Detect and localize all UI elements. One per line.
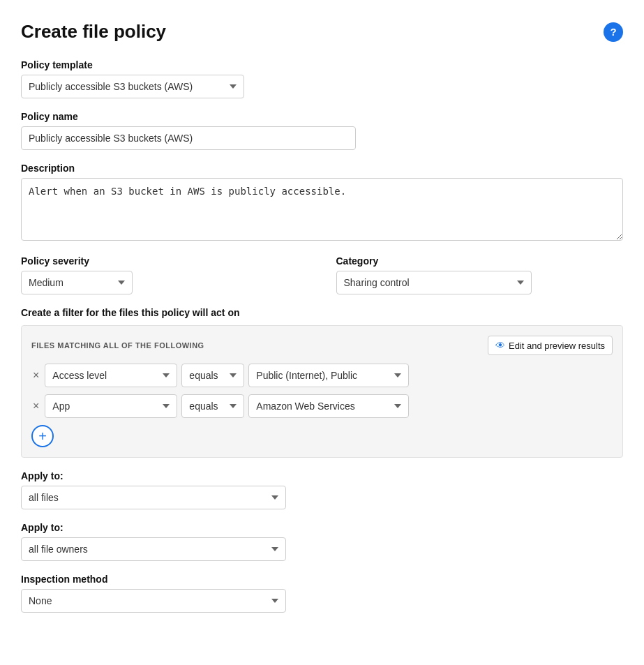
filter-1-field-select[interactable]: Access level	[45, 364, 177, 387]
policy-name-input[interactable]	[21, 126, 356, 150]
apply-to-files-group: Apply to: all files	[21, 470, 623, 509]
filter-matching-label: FILES MATCHING ALL OF THE FOLLOWING	[31, 341, 204, 350]
policy-template-select[interactable]: Publicly accessible S3 buckets (AWS)	[21, 75, 244, 98]
apply-to-files-select[interactable]: all files	[21, 486, 286, 509]
policy-template-group: Policy template Publicly accessible S3 b…	[21, 59, 623, 98]
remove-filter-1-button[interactable]: ×	[31, 370, 40, 381]
filter-1-operator-select[interactable]: equals	[181, 364, 244, 387]
filter-2-value-select[interactable]: Amazon Web Services	[248, 394, 409, 418]
description-textarea[interactable]: Alert when an S3 bucket in AWS is public…	[21, 178, 623, 241]
filter-row-2: × App equals Amazon Web Services	[31, 394, 613, 418]
severity-category-row: Policy severity Medium Category Sharing …	[21, 255, 623, 294]
filter-2-operator-select[interactable]: equals	[181, 394, 244, 418]
filter-2-field-select[interactable]: App	[45, 394, 177, 418]
policy-name-label: Policy name	[21, 111, 623, 122]
severity-label: Policy severity	[21, 255, 308, 267]
filter-box-header: FILES MATCHING ALL OF THE FOLLOWING 👁 Ed…	[31, 336, 613, 355]
severity-select[interactable]: Medium	[21, 271, 133, 294]
policy-template-label: Policy template	[21, 59, 623, 70]
eye-icon: 👁	[495, 340, 505, 351]
filter-section-label: Create a filter for the files this polic…	[21, 307, 623, 318]
category-group: Category Sharing control	[336, 255, 624, 294]
inspection-method-group: Inspection method None	[21, 574, 623, 613]
description-label: Description	[21, 163, 623, 174]
page-title: Create file policy	[21, 21, 166, 43]
apply-to-owners-label: Apply to:	[21, 522, 623, 533]
apply-to-owners-group: Apply to: all file owners	[21, 522, 623, 561]
filter-box: FILES MATCHING ALL OF THE FOLLOWING 👁 Ed…	[21, 325, 623, 458]
filter-row-1: × Access level equals Public (Internet),…	[31, 364, 613, 387]
description-group: Description Alert when an S3 bucket in A…	[21, 163, 623, 243]
edit-preview-label: Edit and preview results	[509, 341, 605, 351]
add-filter-button[interactable]: +	[31, 425, 54, 447]
apply-to-owners-select[interactable]: all file owners	[21, 537, 286, 561]
inspection-method-label: Inspection method	[21, 574, 623, 585]
remove-filter-2-button[interactable]: ×	[31, 401, 40, 412]
inspection-method-select[interactable]: None	[21, 589, 286, 613]
page-header: Create file policy ?	[21, 21, 623, 43]
filter-1-value-select[interactable]: Public (Internet), Public	[248, 364, 409, 387]
filter-section: Create a filter for the files this polic…	[21, 307, 623, 458]
category-select[interactable]: Sharing control	[336, 271, 532, 294]
severity-group: Policy severity Medium	[21, 255, 308, 294]
category-label: Category	[336, 255, 624, 267]
policy-name-group: Policy name	[21, 111, 623, 150]
edit-preview-button[interactable]: 👁 Edit and preview results	[488, 336, 613, 355]
help-icon[interactable]: ?	[604, 22, 623, 42]
apply-to-files-label: Apply to:	[21, 470, 623, 481]
